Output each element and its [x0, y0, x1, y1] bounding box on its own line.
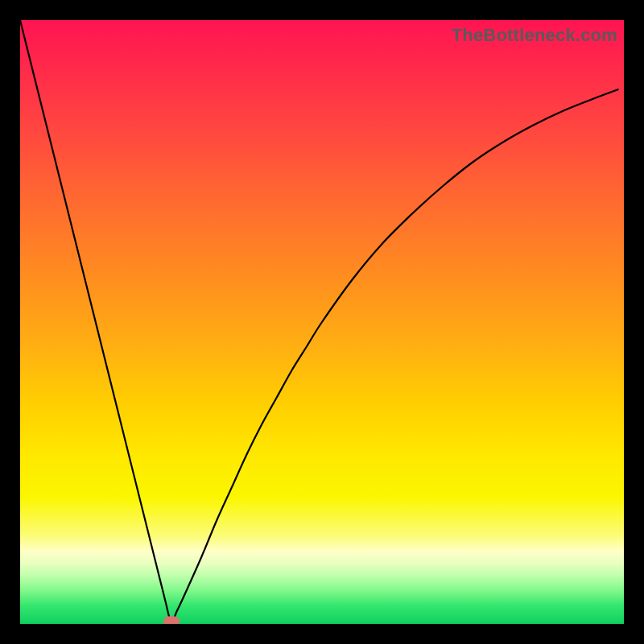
- bottleneck-curve: [20, 20, 618, 621]
- optimum-marker: [163, 617, 180, 625]
- plot-area: TheBottleneck.com: [20, 20, 624, 624]
- chart-frame: TheBottleneck.com: [0, 0, 644, 644]
- curve-svg: [20, 20, 624, 624]
